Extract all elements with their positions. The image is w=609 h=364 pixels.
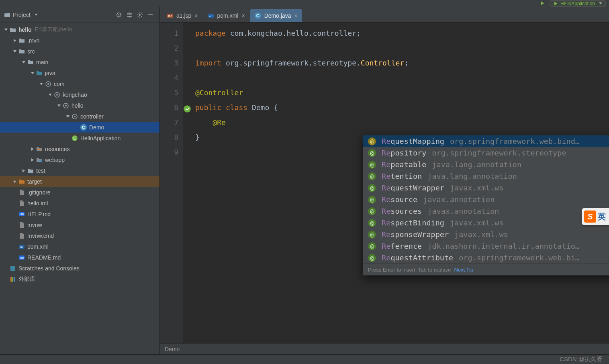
project-panel-title[interactable]: Project [4,12,38,18]
chevron-down-icon[interactable] [12,49,18,54]
tree-node-root[interactable]: helloE:\学习吧\hello [0,24,159,35]
pkg-icon [53,92,61,98]
tree-node-help[interactable]: MDHELP.md [0,209,159,219]
spacer-icon [3,276,9,282]
tree-node-Scratches and Consoles[interactable]: Scratches and Consoles [0,263,159,274]
tree-path: E:\学习吧\hello [35,26,72,33]
tab-Demo.java[interactable]: CDemo.java× [250,9,302,22]
settings-button[interactable] [135,10,145,20]
svg-text:MD: MD [20,256,24,259]
annotation-icon: @ [368,149,376,157]
spacer-icon [12,200,18,206]
chevron-right-icon[interactable] [21,168,27,174]
svg-rect-26 [12,277,13,282]
completion-item-RequestWrapper[interactable]: @RequestWrapperjavax.xml.ws [363,182,609,194]
tree-node-kong[interactable]: kongchao [0,89,159,100]
status-bar: CSDN @执久呀 [0,354,609,364]
expand-all-button[interactable] [124,10,135,20]
line-number: 1 [160,26,178,41]
tree-node-java[interactable]: java [0,67,159,78]
completion-item-Repository[interactable]: @Repositoryorg.springframework.stereotyp… [363,147,609,159]
tree-node-mvnw[interactable]: mvnw [0,219,159,230]
tree-label: Scratches and Consoles [18,265,80,272]
close-icon[interactable]: × [294,12,298,19]
svg-text:MD: MD [20,213,24,216]
svg-rect-25 [10,277,12,282]
chevron-down-icon[interactable] [65,114,71,119]
completion-item-Retention[interactable]: @Retentionjava.lang.annotation [363,170,609,182]
tree-node-web[interactable]: webapp [0,154,159,165]
tree-node-happ[interactable]: CHelloApplication [0,133,159,143]
tree-label: hello [72,102,84,109]
chevron-down-icon[interactable] [47,92,53,98]
completion-item-Reference[interactable]: @Referencejdk.nashorn.internal.ir.annota… [363,240,609,252]
tree-label: src [27,48,35,55]
svg-point-7 [47,83,49,85]
tab-a1.jsp[interactable]: JSPa1.jsp× [162,9,202,22]
chevron-down-icon[interactable] [21,59,27,65]
spacer-icon [74,125,80,130]
completion-package: org.springframework.web.bind… [450,137,609,145]
tree-node-giti[interactable]: .gitignore [0,187,159,198]
tree-label: target [27,178,42,185]
hide-panel-button[interactable] [145,10,155,20]
tree-node-pom[interactable]: mpom.xml [0,241,159,252]
run-config-selector[interactable]: HelloApplication [550,0,606,7]
tree-node-com[interactable]: com [0,78,159,89]
chevron-down-icon[interactable] [3,27,9,33]
tree-node-mvnc[interactable]: mvnw.cmd [0,230,159,241]
project-tree[interactable]: helloE:\学习吧\hello.mvnsrcmainjavacomkongc… [0,22,159,354]
run-play-icon[interactable] [540,0,545,7]
tree-node-外部库[interactable]: 外部库 [0,274,159,284]
folder-icon [27,59,35,65]
chevron-right-icon[interactable] [30,157,35,163]
completion-item-RespectBinding[interactable]: @RespectBindingjavax.xml.ws [363,217,609,229]
spacer-icon [12,222,18,228]
tree-node-iml[interactable]: hello.iml [0,198,159,209]
editor-breadcrumb[interactable]: Demo [160,343,609,354]
chevron-down-icon[interactable] [39,81,44,87]
annotation-icon: @ [368,254,376,262]
tab-pom.xml[interactable]: mpom.xml× [203,9,249,22]
completion-item-Resource[interactable]: @Resourcejavax.annotation [363,194,609,205]
code-completion-popup[interactable]: @RequestMappingorg.springframework.web.b… [363,135,609,276]
chevron-right-icon[interactable] [12,179,18,184]
tree-node-demo[interactable]: CDemo [0,122,159,133]
tree-node-hel[interactable]: hello [0,100,159,111]
completion-name: Reference [382,242,422,250]
ime-indicator[interactable]: S 英 [582,208,609,225]
pkg-icon [71,113,79,120]
tab-label: Demo.java [264,12,291,19]
tree-node-mvn[interactable]: .mvn [0,35,159,46]
completion-item-Repeatable[interactable]: @Repeatablejava.lang.annotation [363,159,609,170]
tree-label: com [54,81,64,87]
chevron-right-icon[interactable] [12,38,18,43]
spacer-icon [12,211,18,217]
mvn-icon: m [208,12,214,19]
completion-item-RequestAttribute[interactable]: @RequestAttributeorg.springframework.web… [363,252,609,264]
close-icon[interactable]: × [241,12,245,19]
tree-node-src[interactable]: src [0,46,159,57]
tree-node-ctrl[interactable]: controller [0,111,159,122]
tree-node-tgt[interactable]: target [0,176,159,187]
svg-rect-16 [37,149,41,150]
svg-point-11 [65,105,67,106]
tree-node-readme[interactable]: MDREADME.md [0,252,159,263]
select-opened-file-button[interactable] [114,10,124,20]
tree-node-test[interactable]: test [0,165,159,176]
completion-item-Resources[interactable]: @Resourcesjavax.annotation [363,205,609,217]
completion-item-RequestMapping[interactable]: @RequestMappingorg.springframework.web.b… [363,135,609,147]
tree-label: webapp [45,157,65,163]
tree-label: README.md [27,254,61,261]
close-icon[interactable]: × [194,12,198,19]
tree-label: kongchao [63,92,87,98]
chevron-down-icon[interactable] [30,70,35,76]
file-icon [18,200,26,207]
chevron-right-icon[interactable] [30,146,35,152]
chevron-down-icon[interactable] [56,103,62,108]
completion-item-ResponseWrapper[interactable]: @ResponseWrapperjavax.xml.ws [363,229,609,240]
tree-node-res[interactable]: resources [0,143,159,154]
next-tip-link[interactable]: Next Tip [454,267,473,273]
tree-node-main[interactable]: main [0,57,159,67]
scratch-icon [9,265,17,272]
